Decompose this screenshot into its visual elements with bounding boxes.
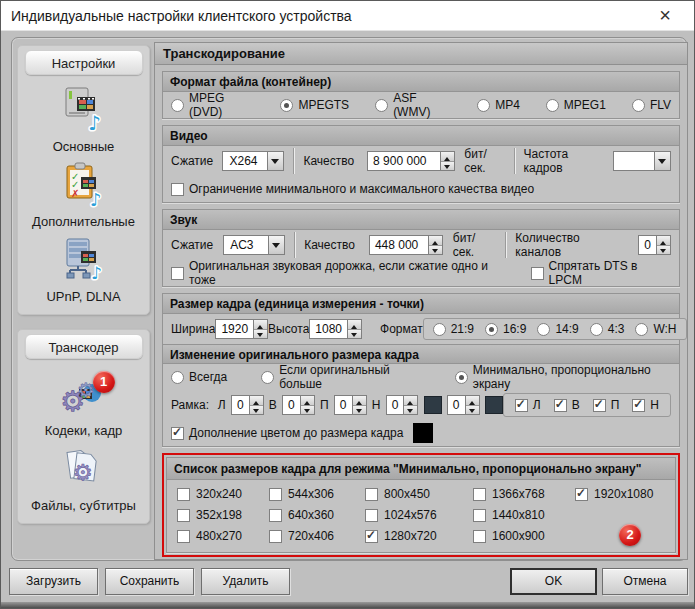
stepper-value[interactable]: 0 — [448, 396, 465, 414]
border-right-stepper[interactable]: 0 — [334, 395, 367, 415]
audio-bitrate-stepper[interactable]: 448 000 — [369, 235, 443, 255]
framerate-combobox[interactable] — [613, 151, 671, 171]
sidebar-header-transcoder[interactable]: Транскодер — [25, 334, 143, 359]
spin-down-icon[interactable] — [301, 406, 314, 415]
size-1600x900-checkbox[interactable]: 1600x900 — [473, 529, 575, 543]
spin-down-icon[interactable] — [250, 406, 263, 415]
original-track-checkbox[interactable]: Оригинальная звуковая дорожка, если сжат… — [171, 259, 511, 287]
spin-down-icon[interactable] — [441, 162, 454, 171]
border-left-stepper[interactable]: 0 — [231, 395, 264, 415]
size-1920x1080-checkbox[interactable]: 1920x1080 — [575, 487, 665, 501]
stepper-value[interactable]: 0 — [283, 396, 300, 414]
video-limit-checkbox[interactable]: Ограничение минимального и максимального… — [171, 182, 534, 196]
size-480x270-checkbox[interactable]: 480x270 — [177, 529, 269, 543]
radio-minimal-proportional[interactable]: Минимально, пропорционально экрану — [455, 363, 671, 391]
checkbox-icon — [171, 183, 184, 196]
spin-up-icon[interactable] — [404, 396, 417, 406]
size-1280x720-checkbox[interactable]: 1280x720 — [365, 529, 473, 543]
sidebar-item-files-subtitles[interactable]: ⚙ Файлы, субтитры — [18, 440, 149, 515]
height-stepper[interactable]: 1080 — [309, 319, 362, 339]
size-720x406-checkbox[interactable]: 720x406 — [269, 529, 365, 543]
spin-down-icon[interactable] — [353, 406, 366, 415]
border-extra-stepper[interactable]: 0 — [447, 395, 480, 415]
stepper-value[interactable]: 0 — [335, 396, 352, 414]
video-codec-combobox[interactable]: X264 — [222, 151, 284, 171]
divider — [514, 148, 515, 174]
padding-color-swatch[interactable] — [413, 423, 433, 443]
video-bitrate-stepper[interactable]: 8 900 000 — [367, 151, 455, 171]
radio-asf-wmv[interactable]: ASF (WMV) — [375, 91, 451, 119]
radio-mp4[interactable]: MP4 — [477, 98, 520, 112]
spin-up-icon[interactable] — [441, 152, 454, 162]
sidebar-header-settings[interactable]: Настройки — [25, 50, 143, 75]
stepper-value[interactable]: 1080 — [310, 320, 347, 338]
dts-lpcm-checkbox[interactable]: Спрятать DTS в LPCM — [531, 259, 671, 287]
spin-up-icon[interactable] — [250, 396, 263, 406]
spin-up-icon[interactable] — [348, 320, 361, 330]
radio-mpegts[interactable]: MPEGTS — [280, 98, 349, 112]
size-352x198-checkbox[interactable]: 352x198 — [177, 508, 269, 522]
load-button[interactable]: Загрузить — [9, 568, 98, 595]
radio-21-9[interactable]: 21:9 — [433, 322, 474, 336]
spin-down-icon[interactable] — [466, 406, 479, 415]
radio-flv[interactable]: FLV — [632, 98, 671, 112]
chevron-down-icon[interactable] — [267, 152, 283, 170]
sidebar-item-osnovnye[interactable]: ♪ ♪ Основные — [18, 81, 149, 156]
spin-down-icon[interactable] — [348, 330, 361, 339]
radio-mpeg-dvd[interactable]: MPEG (DVD) — [171, 91, 254, 119]
radio-always[interactable]: Всегда — [171, 370, 227, 384]
edge-right-checkbox[interactable]: П — [593, 398, 620, 412]
sidebar-item-codecs-frame[interactable]: ⚙ ⚙ 1 Кодеки, кадр — [18, 365, 149, 440]
checkbox-icon — [171, 427, 184, 440]
width-stepper[interactable]: 1920 — [215, 319, 268, 339]
spin-down-icon[interactable] — [254, 330, 267, 339]
chevron-down-icon[interactable] — [654, 152, 670, 170]
stepper-value[interactable]: 0 — [387, 396, 404, 414]
cancel-button[interactable]: Отмена — [602, 568, 688, 595]
spin-up-icon[interactable] — [466, 396, 479, 406]
size-1440x810-checkbox[interactable]: 1440x810 — [473, 508, 575, 522]
border-color-swatch[interactable] — [424, 396, 442, 414]
stepper-value[interactable]: 448 000 — [370, 236, 428, 254]
spin-up-icon[interactable] — [429, 236, 442, 246]
radio-mpeg1[interactable]: MPEG1 — [546, 98, 606, 112]
stepper-value[interactable]: 0 — [639, 236, 656, 254]
size-800x450-checkbox[interactable]: 800x450 — [365, 487, 473, 501]
size-640x360-checkbox[interactable]: 640x360 — [269, 508, 365, 522]
save-button[interactable]: Сохранить — [105, 568, 194, 595]
size-1024x576-checkbox[interactable]: 1024x576 — [365, 508, 473, 522]
size-320x240-checkbox[interactable]: 320x240 — [177, 487, 269, 501]
spin-down-icon[interactable] — [657, 246, 670, 255]
border-bottom-stepper[interactable]: 0 — [386, 395, 419, 415]
spin-up-icon[interactable] — [353, 396, 366, 406]
size-1366x768-checkbox[interactable]: 1366x768 — [473, 487, 575, 501]
spin-up-icon[interactable] — [254, 320, 267, 330]
spin-down-icon[interactable] — [429, 246, 442, 255]
audio-codec-combobox[interactable]: AC3 — [223, 235, 285, 255]
sidebar-item-upnp-dlna[interactable]: ♪ ♪ UPnP, DLNA — [18, 231, 149, 306]
radio-16-9[interactable]: 16:9 — [485, 322, 526, 336]
radio-w-h[interactable]: W:H — [635, 322, 676, 336]
stepper-value[interactable]: 8 900 000 — [368, 152, 440, 170]
radio-if-larger[interactable]: Если оригинальный больше — [261, 363, 421, 391]
edge-left-checkbox[interactable]: Л — [515, 398, 541, 412]
border-top-stepper[interactable]: 0 — [282, 395, 315, 415]
channels-stepper[interactable]: 0 — [638, 235, 671, 255]
stepper-value[interactable]: 1920 — [216, 320, 253, 338]
edge-top-checkbox[interactable]: В — [554, 398, 580, 412]
spin-down-icon[interactable] — [404, 406, 417, 415]
spin-up-icon[interactable] — [301, 396, 314, 406]
size-544x306-checkbox[interactable]: 544x306 — [269, 487, 365, 501]
border-color-swatch-2[interactable] — [485, 396, 503, 414]
radio-4-3[interactable]: 4:3 — [590, 322, 625, 336]
spin-up-icon[interactable] — [657, 236, 670, 246]
padding-color-checkbox[interactable]: Дополнение цветом до размера кадра — [171, 426, 403, 440]
chevron-down-icon[interactable] — [268, 236, 284, 254]
sidebar-item-dopolnitelnye[interactable]: ✓ ✓ ✗ ♪ ♪ Дополнительные — [18, 156, 149, 231]
radio-14-9[interactable]: 14:9 — [537, 322, 578, 336]
stepper-value[interactable]: 0 — [232, 396, 249, 414]
delete-button[interactable]: Удалить — [201, 568, 290, 595]
edge-bottom-checkbox[interactable]: Н — [632, 398, 659, 412]
ok-button[interactable]: OK — [510, 568, 597, 595]
close-icon[interactable]: × — [650, 1, 680, 29]
